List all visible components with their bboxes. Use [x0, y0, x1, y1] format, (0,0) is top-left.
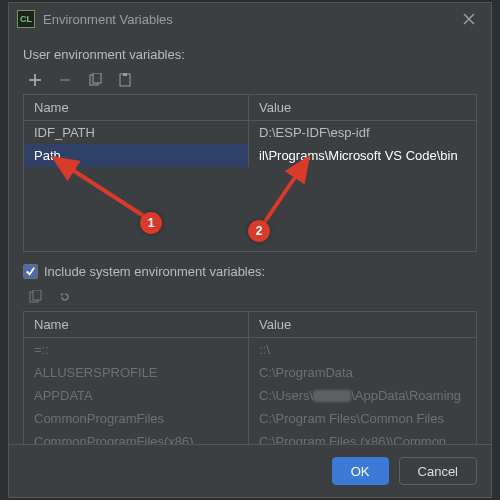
svg-rect-1: [93, 73, 101, 83]
cell-name: APPDATA: [24, 384, 249, 407]
sys-vars-toolbar: [23, 285, 477, 311]
cell-value[interactable]: il\Programs\Microsoft VS Code\bin: [249, 144, 476, 167]
system-vars-table[interactable]: Name Value =:: ::\ ALLUSERSPROFILE C:\Pr…: [23, 311, 477, 444]
table-row[interactable]: =:: ::\: [24, 338, 476, 361]
titlebar: CL Environment Variables: [9, 3, 491, 35]
column-header-value[interactable]: Value: [249, 95, 476, 120]
table-row[interactable]: Path il\Programs\Microsoft VS Code\bin: [24, 144, 476, 167]
env-vars-dialog: CL Environment Variables User environmen…: [8, 2, 492, 498]
cancel-button[interactable]: Cancel: [399, 457, 477, 485]
close-icon[interactable]: [455, 5, 483, 33]
cell-value[interactable]: D:\ESP-IDF\esp-idf: [249, 121, 476, 144]
cell-value: ::\: [249, 338, 476, 361]
remove-icon[interactable]: [57, 72, 73, 88]
cell-name: =::: [24, 338, 249, 361]
table-row[interactable]: CommonProgramFiles(x86) C:\Program Files…: [24, 430, 476, 444]
svg-rect-5: [33, 290, 41, 300]
table-row[interactable]: APPDATA C:\Users\\AppData\Roaming: [24, 384, 476, 407]
cell-value: C:\Program Files (x86)\Common ...: [249, 430, 476, 444]
background-left-strip: [0, 0, 8, 500]
cell-name[interactable]: Path: [24, 144, 249, 167]
cell-value: C:\Users\\AppData\Roaming: [249, 384, 476, 407]
cell-name: ALLUSERSPROFILE: [24, 361, 249, 384]
svg-rect-3: [123, 73, 127, 76]
table-header: Name Value: [24, 95, 476, 121]
include-system-checkbox[interactable]: [23, 264, 38, 279]
background-right-strip: [492, 0, 500, 500]
table-row[interactable]: ALLUSERSPROFILE C:\ProgramData: [24, 361, 476, 384]
include-system-row: Include system environment variables:: [23, 264, 477, 279]
add-icon[interactable]: [27, 72, 43, 88]
cell-name: CommonProgramFiles(x86): [24, 430, 249, 444]
column-header-name[interactable]: Name: [24, 95, 249, 120]
redacted-username: [313, 390, 351, 402]
dialog-title: Environment Variables: [43, 12, 173, 27]
revert-icon[interactable]: [57, 289, 73, 305]
column-header-name[interactable]: Name: [24, 312, 249, 337]
callout-1: 1: [140, 212, 162, 234]
table-row[interactable]: IDF_PATH D:\ESP-IDF\esp-idf: [24, 121, 476, 144]
ok-button[interactable]: OK: [332, 457, 389, 485]
table-row[interactable]: CommonProgramFiles C:\Program Files\Comm…: [24, 407, 476, 430]
cell-name[interactable]: IDF_PATH: [24, 121, 249, 144]
copy-icon[interactable]: [87, 72, 103, 88]
user-vars-label: User environment variables:: [23, 47, 477, 62]
table-header: Name Value: [24, 312, 476, 338]
dialog-buttons: OK Cancel: [9, 444, 491, 497]
cell-name: CommonProgramFiles: [24, 407, 249, 430]
cell-value: C:\Program Files\Common Files: [249, 407, 476, 430]
app-icon: CL: [17, 10, 35, 28]
user-vars-toolbar: [23, 68, 477, 94]
copy-icon[interactable]: [27, 289, 43, 305]
cell-value: C:\ProgramData: [249, 361, 476, 384]
include-system-label: Include system environment variables:: [44, 264, 265, 279]
column-header-value[interactable]: Value: [249, 312, 476, 337]
callout-2: 2: [248, 220, 270, 242]
paste-icon[interactable]: [117, 72, 133, 88]
